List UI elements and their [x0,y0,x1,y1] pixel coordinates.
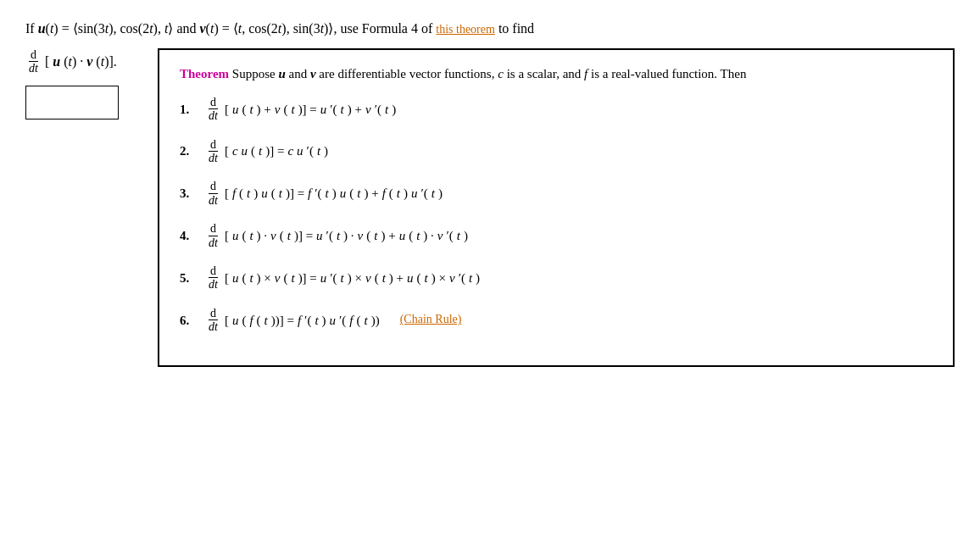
instruction-suffix: to find [498,21,534,36]
answer-input[interactable] [25,86,119,119]
u-in-expr: u [53,54,60,69]
derivative-expression: d dt [ u (t) · v (t)]. [25,48,117,75]
problem-statement: If u(t) = ⟨sin(3t), cos(2t), t⟩ and v(t)… [25,17,955,42]
v-definition: v [199,21,205,36]
theorem-text: Suppose u and v are differentiable vecto… [232,67,747,81]
fraction-denominator: dt [27,62,40,75]
v-in-expr: v [86,54,92,69]
u-definition: u [38,21,46,36]
problem-container: If u(t) = ⟨sin(3t), cos(2t), t⟩ and v(t)… [25,17,955,367]
list-item: 4. d dt [u(t) · v(t)] = u′(t) · v(t) + u… [180,222,933,249]
theorem-list: 1. d dt [u(t) + v(t)] = u′(t) + v′(t) 2. [180,96,933,334]
u-def-rest: (t) = ⟨sin(3t), cos(2t), t⟩ [46,21,174,36]
derivative-fraction: d dt [27,48,40,75]
conjunction: and [176,21,199,36]
theorem-intro: Theorem Suppose u and v are differentiab… [180,64,933,84]
bracket-open: [ [45,54,49,69]
theorem-link[interactable]: this theorem [436,23,495,36]
list-item: 1. d dt [u(t) + v(t)] = u′(t) + v′(t) [180,96,933,123]
chain-rule-link[interactable]: (Chain Rule) [400,310,462,329]
list-item: 3. d dt [f(t)u(t)] = f′(t)u(t) + f(t)u′(… [180,180,933,207]
fraction-numerator: d [29,48,38,62]
list-item: 5. d dt [u(t) × v(t)] = u′(t) × v(t) + u… [180,264,933,292]
left-column: d dt [ u (t) · v (t)]. [25,48,144,119]
t2-in-expr: (t)]. [96,54,116,69]
theorem-title: Theorem [180,67,229,81]
list-item: 2. d dt [cu(t)] = cu′(t) [180,138,933,165]
content-row: d dt [ u (t) · v (t)]. Theorem Suppose u… [25,48,955,368]
t-in-expr: (t) [64,54,76,69]
theorem-box: Theorem Suppose u and v are differentiab… [158,48,955,368]
list-item: 6. d dt [u(f(t))] = f′(t)u′(f(t)) (Chain… [180,307,933,334]
problem-prefix: If [25,21,38,36]
instruction-text: use Formula 4 of [340,21,436,36]
v-def-rest: (t) = ⟨t, cos(2t), sin(3t)⟩, [206,21,341,36]
dot-in-expr: · [80,54,83,69]
